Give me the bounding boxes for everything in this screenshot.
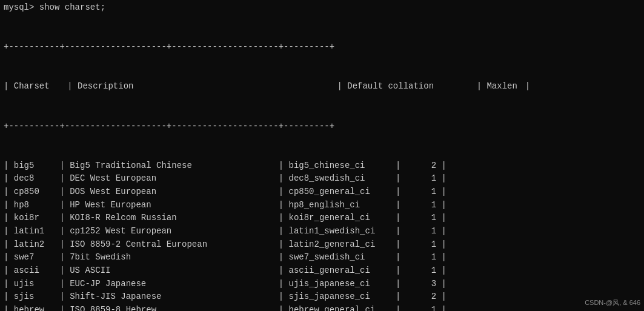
table-row: | cp850 | DOS West European | cp850_gene… bbox=[4, 186, 640, 199]
table-row: | hebrew | ISO 8859-8 Hebrew | hebrew_ge… bbox=[4, 304, 640, 311]
table-container: +----------+--------------------+-------… bbox=[4, 15, 640, 311]
separator-header: +----------+--------------------+-------… bbox=[4, 120, 640, 133]
command-line: mysql> show charset; bbox=[4, 2, 640, 12]
table-row: | big5 | Big5 Traditional Chinese | big5… bbox=[4, 159, 640, 173]
table-row: | latin2 | ISO 8859-2 Central European |… bbox=[4, 238, 640, 252]
table-header: | Charset | Description | Default collat… bbox=[4, 80, 640, 93]
table-row: | latin1 | cp1252 West European | latin1… bbox=[4, 225, 640, 238]
table-row: | ujis | EUC-JP Japanese | ujis_japanese… bbox=[4, 278, 640, 291]
table-row: | ascii | US ASCII | ascii_general_ci | … bbox=[4, 264, 640, 278]
separator-top: +----------+--------------------+-------… bbox=[4, 41, 640, 54]
table-row: | sjis | Shift-JIS Japanese | sjis_japan… bbox=[4, 290, 640, 304]
watermark: CSDN-@风, & 646 bbox=[585, 298, 640, 307]
table-row: | koi8r | KOI8-R Relcom Russian | koi8r_… bbox=[4, 212, 640, 225]
table-row: | hp8 | HP West European | hp8_english_c… bbox=[4, 199, 640, 212]
table-row: | dec8 | DEC West European | dec8_swedis… bbox=[4, 172, 640, 186]
terminal: mysql> show charset; +----------+-------… bbox=[0, 0, 644, 311]
table-row: | swe7 | 7bit Swedish | swe7_swedish_ci … bbox=[4, 251, 640, 264]
